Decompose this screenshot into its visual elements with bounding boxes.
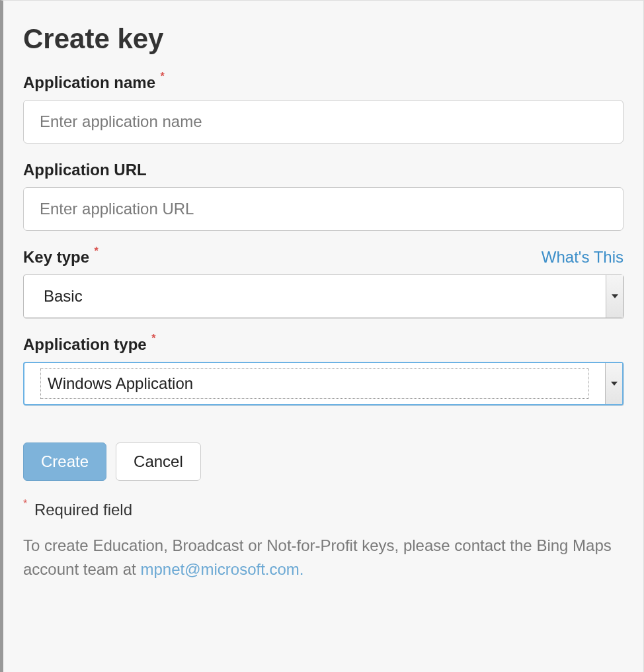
label-app-type: Application type xyxy=(23,335,147,354)
label-app-name: Application name xyxy=(23,73,155,92)
form-group-key-type: Key type * What's This Basic xyxy=(23,248,624,318)
form-group-app-type: Application type * Windows Application xyxy=(23,335,624,405)
create-button[interactable]: Create xyxy=(23,442,106,481)
form-group-app-url: Application URL xyxy=(23,161,624,231)
contact-email-link[interactable]: mpnet@microsoft.com. xyxy=(140,560,303,578)
page-title: Create key xyxy=(23,23,624,55)
chevron-down-icon xyxy=(605,363,622,404)
app-url-input[interactable] xyxy=(23,187,624,231)
required-star-icon: * xyxy=(151,333,155,344)
info-prefix: To create Education, Broadcast or Not-fo… xyxy=(23,536,612,578)
button-row: Create Cancel xyxy=(23,442,624,481)
required-star-icon: * xyxy=(23,498,27,509)
whats-this-link[interactable]: What's This xyxy=(542,248,624,267)
required-note-text: Required field xyxy=(34,501,132,519)
cancel-button[interactable]: Cancel xyxy=(116,442,201,481)
app-type-value: Windows Application xyxy=(40,368,589,399)
required-note: * Required field xyxy=(23,501,624,519)
required-star-icon: * xyxy=(160,71,164,82)
form-group-app-name: Application name * xyxy=(23,73,624,144)
info-text: To create Education, Broadcast or Not-fo… xyxy=(23,534,624,581)
app-type-select[interactable]: Windows Application xyxy=(23,362,624,405)
chevron-down-icon xyxy=(606,275,623,317)
app-name-input[interactable] xyxy=(23,100,624,144)
required-star-icon: * xyxy=(95,245,99,257)
key-type-value: Basic xyxy=(24,287,606,306)
label-key-type: Key type xyxy=(23,248,89,267)
key-type-select[interactable]: Basic xyxy=(23,274,624,318)
label-app-url: Application URL xyxy=(23,161,147,179)
